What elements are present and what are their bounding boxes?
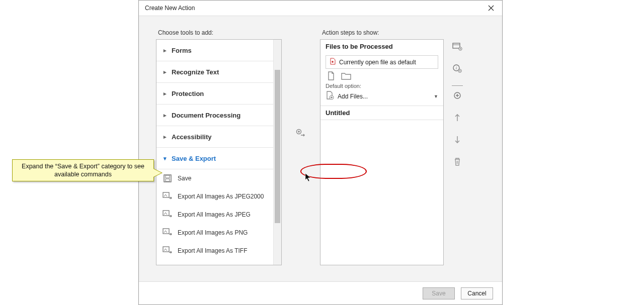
chevron-right-icon: ▸ bbox=[164, 134, 169, 140]
tool-export-png[interactable]: Export All Images As PNG bbox=[156, 224, 281, 242]
tool-save[interactable]: Save bbox=[156, 169, 281, 187]
tool-label: Export All Images As TIFF bbox=[178, 247, 248, 254]
tool-categories-panel: ▸ Forms ▸ Recognize Text ▸ Protection bbox=[156, 39, 282, 265]
default-option-label: Default option: bbox=[326, 83, 438, 89]
svg-rect-1 bbox=[166, 175, 170, 178]
category-label: Forms bbox=[172, 47, 192, 54]
files-header: Files to be Processed bbox=[320, 40, 443, 52]
dialog-footer: Save Cancel bbox=[139, 282, 502, 304]
category-label: Document Processing bbox=[172, 112, 240, 119]
choose-tools-label: Choose tools to add: bbox=[158, 29, 282, 36]
tool-label: Export All Images As PNG bbox=[178, 229, 248, 236]
svg-rect-0 bbox=[164, 175, 171, 182]
titlebar: Create New Action bbox=[139, 1, 502, 16]
move-down-icon[interactable] bbox=[452, 134, 463, 145]
default-file-chip[interactable]: Currently open file as default bbox=[326, 55, 438, 69]
category-label: Save & Export bbox=[172, 155, 216, 162]
category-protection[interactable]: ▸ Protection bbox=[156, 83, 281, 105]
svg-text:i: i bbox=[456, 65, 457, 70]
pdf-file-icon bbox=[329, 58, 336, 66]
category-document-processing[interactable]: ▸ Document Processing bbox=[156, 105, 281, 126]
save-icon bbox=[163, 173, 173, 183]
chevron-right-icon: ▸ bbox=[164, 69, 169, 75]
chip-text: Currently open file as default bbox=[339, 59, 416, 66]
add-files-icon bbox=[326, 91, 335, 101]
tool-label: Export All Images As JPEG2000 bbox=[178, 193, 264, 200]
action-steps-label: Action steps to show: bbox=[322, 29, 464, 36]
close-button[interactable] bbox=[484, 1, 498, 15]
tool-label: Export All Images As JPEG bbox=[178, 211, 251, 218]
create-new-action-dialog: Create New Action Choose tools to add: ▸… bbox=[138, 0, 503, 305]
chevron-down-icon: ▼ bbox=[434, 94, 438, 99]
untitled-step[interactable]: Untitled bbox=[320, 106, 443, 120]
category-label: Recognize Text bbox=[172, 68, 219, 76]
tool-label: Save bbox=[178, 175, 191, 182]
dialog-title: Create New Action bbox=[145, 5, 195, 12]
export-image-icon bbox=[163, 228, 173, 238]
add-step-icon[interactable] bbox=[452, 90, 463, 101]
tool-export-tiff[interactable]: Export All Images As TIFF bbox=[156, 242, 281, 260]
move-up-icon[interactable] bbox=[452, 112, 463, 123]
new-file-icon[interactable] bbox=[326, 71, 337, 81]
category-recognize-text[interactable]: ▸ Recognize Text bbox=[156, 61, 281, 83]
category-label: Protection bbox=[172, 90, 204, 97]
chevron-right-icon: ▸ bbox=[164, 90, 169, 97]
category-accessibility[interactable]: ▸ Accessibility bbox=[156, 126, 281, 148]
category-save-export[interactable]: ▾ Save & Export bbox=[156, 148, 281, 169]
export-image-icon bbox=[163, 191, 173, 201]
chevron-right-icon: ▸ bbox=[164, 47, 169, 54]
svg-rect-2 bbox=[166, 179, 170, 181]
separator bbox=[452, 85, 463, 86]
svg-rect-9 bbox=[453, 43, 460, 48]
step-tools-column: i bbox=[451, 39, 464, 265]
add-to-steps-button[interactable] bbox=[295, 128, 306, 139]
folder-icon[interactable] bbox=[341, 71, 352, 81]
add-instruction-icon[interactable]: i bbox=[452, 63, 463, 74]
cancel-button[interactable]: Cancel bbox=[461, 287, 493, 299]
tool-export-jpeg[interactable]: Export All Images As JPEG bbox=[156, 206, 281, 224]
tool-export-jpeg2000[interactable]: Export All Images As JPEG2000 bbox=[156, 187, 281, 206]
save-button[interactable]: Save bbox=[423, 287, 455, 299]
scrollbar-thumb[interactable] bbox=[275, 70, 280, 223]
export-image-icon bbox=[163, 246, 173, 256]
callout-text: Expand the “Save & Export” category to s… bbox=[17, 162, 149, 179]
category-label: Accessibility bbox=[172, 133, 212, 141]
export-image-icon bbox=[163, 210, 173, 220]
callout-pointer bbox=[153, 168, 163, 177]
add-files-dropdown[interactable]: Add Files... ▼ bbox=[326, 91, 438, 101]
add-files-label: Add Files... bbox=[338, 93, 368, 100]
dialog-body: Choose tools to add: ▸ Forms ▸ Recognize… bbox=[139, 16, 502, 282]
chevron-down-icon: ▾ bbox=[164, 155, 169, 162]
category-forms[interactable]: ▸ Forms bbox=[156, 40, 281, 61]
scrollbar[interactable] bbox=[273, 40, 281, 265]
action-steps-panel: Files to be Processed Currently open fil… bbox=[320, 39, 444, 265]
divider bbox=[320, 120, 443, 120]
delete-icon[interactable] bbox=[452, 156, 463, 167]
chevron-right-icon: ▸ bbox=[164, 112, 169, 119]
instruction-callout: Expand the “Save & Export” category to s… bbox=[12, 159, 154, 181]
add-panel-icon[interactable] bbox=[452, 41, 463, 52]
